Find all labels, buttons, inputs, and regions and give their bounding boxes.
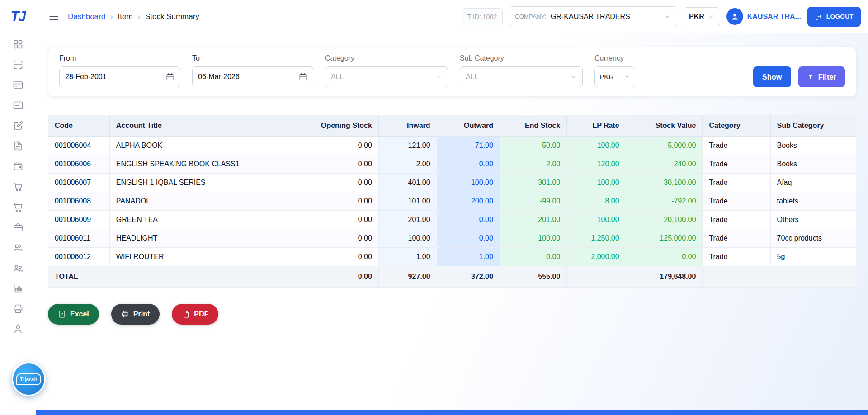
- show-button[interactable]: Show: [753, 66, 791, 87]
- column-header-account-title: Account Title: [109, 115, 288, 137]
- cell-account-title: ENGLISH 1 IQBAL SERIES: [109, 174, 288, 192]
- app-logo-text: TJ: [10, 9, 25, 25]
- cell-stock-value: 20,100.00: [626, 211, 703, 229]
- cell-inward: 100.00: [378, 229, 437, 248]
- total-opening-stock: 0.00: [288, 266, 378, 288]
- currency-value: PKR: [689, 13, 704, 21]
- breadcrumb-item: Item: [118, 12, 133, 21]
- message-card-icon[interactable]: [13, 100, 24, 111]
- user-profile-icon[interactable]: [13, 324, 24, 335]
- cell-inward: 101.00: [378, 192, 437, 211]
- total-inward: 927.00: [378, 266, 437, 288]
- cell-outward: 100.00: [437, 174, 500, 192]
- cell-outward: 71.00: [437, 137, 500, 155]
- menu-icon[interactable]: [48, 11, 60, 23]
- column-header-lp-rate: LP Rate: [567, 115, 626, 137]
- breadcrumb-dashboard[interactable]: Dashboard: [68, 12, 105, 21]
- cell-category: Trade: [703, 248, 770, 266]
- note-edit-icon[interactable]: [13, 120, 24, 131]
- chevron-down-icon: [708, 13, 715, 20]
- company-select[interactable]: COMPANY: GR-KAUSAR TRADERS: [509, 6, 677, 27]
- cell-account-title: ENGLISH SPEAKING BOOK CLASS1: [109, 155, 288, 174]
- chart-bar-icon[interactable]: [13, 283, 24, 294]
- company-label: COMPANY:: [515, 13, 547, 20]
- breadcrumb-separator: ›: [138, 13, 140, 21]
- cell-opening-stock: 0.00: [288, 155, 378, 174]
- category-select[interactable]: ALL: [325, 66, 448, 87]
- calendar-icon[interactable]: [298, 72, 307, 81]
- wallet-icon[interactable]: [13, 161, 24, 172]
- briefcase-icon[interactable]: [13, 222, 24, 233]
- stock-table-body: 001006004ALPHA BOOK0.00121.0071.0050.001…: [48, 137, 856, 266]
- column-header-category: Category: [703, 115, 770, 137]
- cell-account-title: WIFI ROUTER: [109, 248, 288, 266]
- credit-card-icon[interactable]: [13, 80, 24, 90]
- cell-account-title: HEADLIGHT: [109, 229, 288, 248]
- users-alt-icon[interactable]: [13, 263, 24, 274]
- calendar-icon[interactable]: [165, 72, 175, 81]
- to-date-value: 06-Mar-2026: [198, 73, 240, 81]
- cell-end-stock: 2.00: [500, 155, 566, 174]
- cell-lp-rate: 100.00: [567, 137, 626, 155]
- invoice-edit-icon[interactable]: [13, 141, 24, 151]
- table-row: 001006009GREEN TEA0.00201.000.00201.0010…: [48, 211, 856, 229]
- cell-lp-rate: 1,250.00: [567, 229, 626, 248]
- cell-opening-stock: 0.00: [288, 174, 378, 192]
- cell-end-stock: -99.00: [500, 192, 566, 211]
- cell-sub-category: 5g: [770, 248, 856, 266]
- to-date-input[interactable]: 06-Mar-2026: [192, 66, 313, 87]
- cell-code: 001006007: [48, 174, 110, 192]
- cell-lp-rate: 100.00: [567, 174, 626, 192]
- scan-icon[interactable]: [13, 59, 24, 70]
- cart-alt-icon[interactable]: [13, 202, 24, 212]
- cell-stock-value: -792.00: [626, 192, 703, 211]
- excel-button[interactable]: Excel: [48, 304, 99, 325]
- total-empty: [703, 266, 856, 288]
- subcategory-select[interactable]: ALL: [460, 66, 583, 87]
- excel-icon: [58, 310, 66, 318]
- chevron-down-icon: [430, 67, 448, 87]
- chat-widget-button[interactable]: Tijarah: [12, 362, 46, 396]
- subcategory-label: Sub Category: [460, 54, 583, 62]
- total-lp-rate: [567, 266, 626, 288]
- currency-select[interactable]: PKR: [684, 7, 720, 26]
- users-icon[interactable]: [13, 242, 24, 253]
- pdf-icon: [182, 310, 190, 318]
- logout-button[interactable]: LOGOUT: [807, 7, 861, 27]
- column-header-stock-value: Stock Value: [626, 115, 703, 137]
- currency-filter-select[interactable]: PKR: [594, 66, 635, 87]
- cell-inward: 201.00: [378, 211, 437, 229]
- user-chip[interactable]: KAUSAR TRA...: [726, 8, 801, 25]
- cell-outward: 0.00: [437, 229, 500, 248]
- cell-lp-rate: 8.00: [567, 192, 626, 211]
- total-end-stock: 555.00: [500, 266, 566, 288]
- printer-icon: [121, 310, 129, 318]
- cell-stock-value: 240.00: [626, 155, 703, 174]
- table-row: 001006006ENGLISH SPEAKING BOOK CLASS10.0…: [48, 155, 856, 174]
- printer-icon[interactable]: [13, 303, 24, 314]
- cell-sub-category: Afaq: [770, 174, 856, 192]
- cart-icon[interactable]: [13, 181, 24, 192]
- content-area: From 28-Feb-2001 To 06-Mar-2026 Category: [36, 33, 868, 415]
- column-header-outward: Outward: [437, 115, 500, 137]
- print-button[interactable]: Print: [111, 304, 160, 325]
- cell-code: 001006004: [48, 137, 110, 155]
- pdf-button[interactable]: PDF: [172, 304, 218, 325]
- logout-label: LOGOUT: [826, 13, 854, 20]
- cell-outward: 0.00: [437, 211, 500, 229]
- cell-sub-category: 70cc products: [770, 229, 856, 248]
- category-label: Category: [325, 54, 448, 62]
- total-label: TOTAL: [48, 266, 288, 288]
- cell-opening-stock: 0.00: [288, 248, 378, 266]
- cell-sub-category: Books: [770, 137, 856, 155]
- table-row: 001006008PANADOL0.00101.00200.00-99.008.…: [48, 192, 856, 211]
- column-header-code: Code: [48, 115, 110, 137]
- app-logo[interactable]: TJ: [10, 0, 25, 33]
- bottom-bar: [36, 410, 868, 415]
- filter-button[interactable]: Filter: [798, 66, 845, 87]
- cell-lp-rate: 120.00: [567, 155, 626, 174]
- cell-inward: 401.00: [378, 174, 437, 192]
- stock-summary-table: CodeAccount TitleOpening StockInwardOutw…: [48, 115, 856, 288]
- dashboard-icon[interactable]: [13, 39, 24, 50]
- from-date-input[interactable]: 28-Feb-2001: [59, 66, 180, 87]
